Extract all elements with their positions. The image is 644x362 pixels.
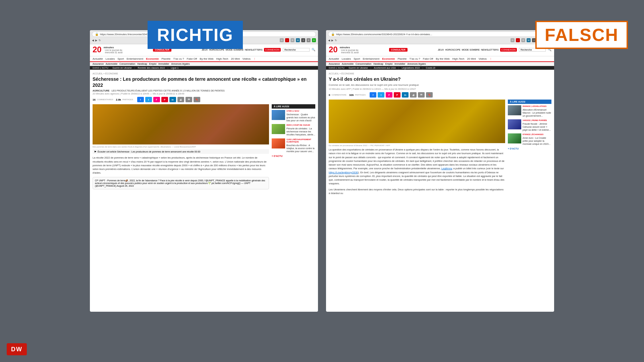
- right-back-icon[interactable]: ◀: [328, 39, 330, 42]
- right-actu-legislatives[interactable]: Législatives 2022: [402, 67, 420, 69]
- right-forward-icon[interactable]: ▶: [331, 39, 333, 42]
- left-search[interactable]: Recherche: [283, 48, 310, 52]
- left-bk-btn[interactable]: 🔖: [194, 97, 200, 102]
- nav-economie[interactable]: Economie: [146, 57, 159, 60]
- subnav-assurance[interactable]: Assurance: [93, 63, 104, 65]
- right-actu-covid[interactable]: Covid-19: [426, 67, 435, 69]
- nav-entertainment[interactable]: Entertainment: [126, 57, 143, 60]
- wp-icon[interactable]: W: [296, 38, 300, 42]
- left-also-text-1[interactable]: 17/08 | L'EAU Sécheresse : Quatre grands…: [286, 110, 315, 122]
- right-nav-actualite[interactable]: Actualité: [329, 57, 339, 60]
- right-nav-more[interactable]: ⋮: [489, 57, 492, 60]
- nav-planete[interactable]: Planète: [161, 57, 170, 60]
- left-tw-btn[interactable]: t: [145, 97, 152, 102]
- telegram-link[interactable]: https://t.me/legitimny/2630: [329, 171, 358, 174]
- nav-more[interactable]: ⋮: [253, 57, 256, 60]
- right-nav-byweb[interactable]: By the Web: [436, 57, 449, 60]
- right-tw-btn[interactable]: t: [378, 92, 384, 98]
- right-newsletters-link[interactable]: NEWSLETTERS: [481, 49, 499, 51]
- left-actu-ukraine[interactable]: Guerre en Ukraine: [112, 67, 132, 69]
- right-bk-btn[interactable]: 🔖: [426, 92, 433, 98]
- nav-tasvu[interactable]: T'as vu ?: [173, 57, 184, 60]
- right-subnav-immobilier[interactable]: Immobilier: [394, 63, 405, 65]
- right-nav-entertainment[interactable]: Entertainment: [363, 57, 379, 60]
- right-fb-btn[interactable]: f: [370, 92, 376, 98]
- right-connexion-btn[interactable]: CONNEXION: [500, 48, 517, 52]
- dollar-icon[interactable]: $: [312, 38, 316, 42]
- left-audio-player[interactable]: ▶ Écouter cet article Sécheresse : Les p…: [93, 149, 269, 154]
- right-nav-videos[interactable]: Vidéos: [479, 57, 487, 60]
- legitimny-link[interactable]: Legitimny: [441, 167, 452, 170]
- right-also-text-3[interactable]: 07/09/22 | ÉCHANGES Zone euro : La Croat…: [523, 133, 551, 145]
- right-also-text-2[interactable]: 14/02/22 | PEINE PURSÉE Fraude fiscale :…: [523, 119, 551, 131]
- right-consulter-btn[interactable]: CONSULTER: [389, 48, 408, 52]
- 8d-icon[interactable]: 8: [307, 38, 311, 42]
- right-em-btn[interactable]: ✉: [418, 92, 425, 98]
- right-subnav-auto[interactable]: Automobile: [342, 63, 354, 65]
- right-subnav-annonces[interactable]: Annonces légales: [407, 63, 426, 65]
- nav-byweb[interactable]: By the Web: [200, 57, 213, 60]
- left-pr-btn[interactable]: 🖨: [177, 97, 184, 102]
- nav-locales[interactable]: Locales: [106, 57, 115, 60]
- right-actu-more[interactable]: + D'ACTU: [508, 147, 551, 150]
- right-subnav-emploi[interactable]: Emploi: [385, 63, 392, 65]
- nav-hightech[interactable]: High-Tech: [216, 57, 228, 60]
- right-nav-20mint[interactable]: 20 Mint: [467, 57, 476, 60]
- right-subnav-handicap[interactable]: Handicap: [373, 63, 383, 65]
- subnav-immobilier[interactable]: Immobilier: [158, 63, 169, 65]
- right-jeux-link[interactable]: JEUX: [438, 49, 444, 51]
- right-nav-locales[interactable]: Locales: [342, 57, 351, 60]
- right-nav-planete[interactable]: Planète: [397, 57, 407, 60]
- right-address-bar[interactable]: 🔒 https://www.20minutes.com/economie/331…: [328, 32, 552, 37]
- connexion-btn[interactable]: CONNEXION: [264, 48, 281, 52]
- right-g-icon[interactable]: G: [511, 38, 515, 42]
- right-li-btn[interactable]: in: [402, 92, 409, 98]
- left-fb-btn[interactable]: f: [137, 97, 144, 102]
- left-also-text-3[interactable]: 11/02 | RÉCHAUFFEMENT CLIMATIQUE Bouches…: [286, 138, 315, 153]
- left-also-text-2[interactable]: 09/03 | COUP DE CHAUD Pénurie de céréale…: [286, 124, 315, 136]
- nav-actualite[interactable]: Actualité: [93, 57, 103, 60]
- right-nav-tasvu[interactable]: T'as vu ?: [410, 57, 420, 60]
- job-icon[interactable]: J: [301, 38, 305, 42]
- right-nav-fakeoff[interactable]: Fake Off: [423, 57, 433, 60]
- right-nav-economie[interactable]: Economie: [382, 57, 395, 60]
- right-wp-icon[interactable]: W: [527, 38, 531, 42]
- right-also-text-1[interactable]: 05/06/22 | LÉGISLATIVES Allocution d'Emm…: [523, 105, 551, 117]
- subnav-annonces[interactable]: Annonces légales: [171, 63, 190, 65]
- right-nav-sport[interactable]: Sport: [354, 57, 360, 60]
- left-actu-rentree[interactable]: Rentrée des classes 2022: [138, 67, 165, 69]
- right-pr-btn[interactable]: 🖨: [410, 92, 417, 98]
- right-actu-ukraine[interactable]: Guerre en Ukraine: [348, 67, 368, 69]
- right-fl-btn[interactable]: F: [386, 92, 392, 98]
- right-bzks-icon[interactable]: B: [521, 38, 525, 42]
- left-fl-btn[interactable]: F: [153, 97, 160, 102]
- right-subnav-assurance[interactable]: Assurance: [329, 63, 340, 65]
- subnav-handicap[interactable]: Handicap: [137, 63, 147, 65]
- right-nav-hightech[interactable]: High-Tech: [452, 57, 465, 60]
- search-icon[interactable]: 🔍: [312, 48, 315, 51]
- nav-20mint[interactable]: 20 Mint: [231, 57, 240, 60]
- left-actu-more[interactable]: + D'ACTU: [272, 155, 315, 157]
- right-actu-avortement[interactable]: Avortement aux USA: [374, 67, 396, 69]
- right-mode-sombre-link[interactable]: MODE SOMBRE: [462, 49, 480, 51]
- subnav-auto[interactable]: Automobile: [106, 63, 117, 65]
- right-subnav-conso[interactable]: Consommation: [356, 63, 371, 65]
- play-icon[interactable]: ▶: [95, 150, 96, 153]
- left-actu-ligue1[interactable]: Ligue 1: [171, 67, 178, 69]
- right-horoscope-link[interactable]: HOROSCOPE: [445, 49, 461, 51]
- right-refresh-icon[interactable]: ↻: [335, 39, 337, 42]
- g-icon[interactable]: G: [280, 38, 284, 42]
- subnav-emploi[interactable]: Emploi: [149, 63, 156, 65]
- subnav-conso[interactable]: Consommation: [119, 63, 135, 65]
- refresh-icon[interactable]: ↻: [99, 39, 101, 42]
- right-musik-icon[interactable]: ♪: [516, 38, 520, 42]
- newsletters-link[interactable]: NEWSLETTERS: [245, 49, 263, 51]
- bzks-icon[interactable]: B: [290, 38, 294, 42]
- forward-icon[interactable]: ▶: [95, 39, 97, 42]
- left-li-btn[interactable]: in: [169, 97, 176, 102]
- nav-fakeoff[interactable]: Fake Off: [187, 57, 197, 60]
- left-pi-btn[interactable]: P: [161, 97, 168, 102]
- nav-videos[interactable]: Vidéos: [243, 57, 251, 60]
- back-icon[interactable]: ◀: [92, 39, 94, 42]
- musik-icon[interactable]: ♪: [285, 38, 289, 42]
